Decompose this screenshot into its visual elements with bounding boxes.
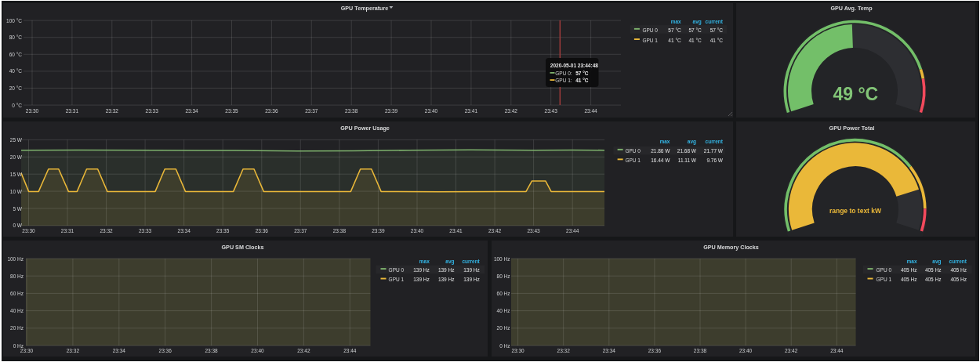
svg-text:23:34: 23:34	[113, 348, 126, 353]
svg-text:23:37: 23:37	[305, 108, 318, 114]
svg-text:GPU SM Clocks: GPU SM Clocks	[222, 243, 264, 250]
svg-text:23:32: 23:32	[100, 227, 113, 233]
svg-text:60 Hz: 60 Hz	[497, 290, 510, 295]
svg-text:21.86 W: 21.86 W	[651, 147, 670, 153]
svg-text:GPU Avg. Temp: GPU Avg. Temp	[830, 5, 873, 12]
svg-text:23:35: 23:35	[216, 227, 230, 233]
svg-text:GPU 1: GPU 1	[642, 38, 658, 43]
svg-text:GPU 1: GPU 1	[389, 277, 405, 282]
svg-text:GPU Power Total: GPU Power Total	[829, 124, 875, 131]
svg-text:23:40: 23:40	[251, 348, 264, 353]
svg-text:23:33: 23:33	[146, 108, 159, 114]
svg-text:0 °C: 0 °C	[12, 103, 22, 108]
svg-text:current: current	[462, 259, 480, 264]
svg-text:21.77 W: 21.77 W	[704, 147, 724, 153]
svg-text:23:38: 23:38	[694, 348, 707, 353]
svg-text:23:40: 23:40	[411, 227, 424, 233]
svg-text:23:41: 23:41	[465, 108, 478, 114]
svg-text:21.68 W: 21.68 W	[677, 147, 697, 153]
svg-text:100 Hz: 100 Hz	[494, 255, 510, 261]
svg-text:23:40: 23:40	[739, 348, 753, 353]
svg-text:5 W: 5 W	[13, 205, 22, 211]
svg-text:405 Hz: 405 Hz	[901, 266, 917, 272]
svg-text:23:36: 23:36	[159, 348, 172, 353]
svg-text:max: max	[659, 139, 670, 144]
svg-text:23:44: 23:44	[830, 348, 844, 353]
svg-text:40 Hz: 40 Hz	[497, 308, 510, 313]
svg-text:20 Hz: 20 Hz	[497, 325, 510, 331]
svg-text:0 Hz: 0 Hz	[499, 342, 510, 348]
svg-text:139 Hz: 139 Hz	[463, 266, 480, 272]
svg-text:57 °C: 57 °C	[710, 27, 724, 33]
svg-text:40 Hz: 40 Hz	[10, 308, 24, 313]
svg-text:23:35: 23:35	[225, 108, 238, 114]
svg-text:23:42: 23:42	[297, 348, 310, 353]
svg-text:2020-05-01 23:44:48: 2020-05-01 23:44:48	[550, 63, 598, 68]
svg-text:23:42: 23:42	[505, 108, 518, 114]
svg-text:10 W: 10 W	[10, 188, 23, 194]
svg-text:23:31: 23:31	[61, 227, 74, 233]
svg-text:405 Hz: 405 Hz	[901, 277, 917, 282]
svg-text:23:34: 23:34	[603, 348, 616, 353]
svg-text:15 W: 15 W	[10, 171, 23, 176]
svg-text:GPU 0:: GPU 0:	[555, 71, 572, 76]
svg-text:139 Hz: 139 Hz	[413, 277, 430, 282]
svg-text:23:38: 23:38	[333, 227, 347, 233]
svg-text:23:44: 23:44	[566, 227, 579, 233]
svg-text:GPU 1: GPU 1	[877, 277, 892, 282]
svg-text:405 Hz: 405 Hz	[950, 266, 967, 272]
svg-text:23:36: 23:36	[648, 348, 662, 353]
svg-text:139 Hz: 139 Hz	[438, 266, 455, 272]
svg-text:GPU 1: GPU 1	[625, 157, 641, 163]
svg-text:23:34: 23:34	[185, 108, 198, 114]
svg-text:avg: avg	[688, 139, 696, 145]
svg-text:23:32: 23:32	[106, 108, 119, 114]
svg-text:current: current	[706, 19, 724, 24]
svg-text:23:30: 23:30	[20, 348, 34, 353]
svg-text:GPU 1:: GPU 1:	[555, 78, 572, 83]
svg-text:23:38: 23:38	[205, 348, 218, 353]
svg-text:23:30: 23:30	[511, 348, 524, 353]
svg-text:23:44: 23:44	[584, 108, 597, 114]
svg-text:80 Hz: 80 Hz	[497, 273, 510, 278]
svg-text:139 Hz: 139 Hz	[413, 266, 430, 272]
svg-text:23:30: 23:30	[22, 227, 35, 233]
svg-text:20 Hz: 20 Hz	[10, 325, 24, 331]
svg-text:49 °C: 49 °C	[833, 84, 878, 104]
svg-text:60 °C: 60 °C	[9, 52, 23, 57]
svg-text:23:38: 23:38	[345, 108, 358, 114]
svg-text:23:43: 23:43	[527, 227, 540, 233]
svg-text:23:32: 23:32	[67, 348, 80, 353]
svg-text:11.11 W: 11.11 W	[678, 157, 697, 163]
svg-text:41 °C: 41 °C	[668, 38, 681, 43]
svg-text:41 °C: 41 °C	[688, 38, 702, 43]
svg-text:max: max	[906, 259, 916, 264]
svg-text:23:32: 23:32	[557, 348, 571, 353]
svg-text:range to text kW: range to text kW	[829, 207, 882, 215]
svg-text:avg: avg	[932, 259, 941, 265]
svg-text:41 °C: 41 °C	[575, 78, 589, 83]
svg-text:57 °C: 57 °C	[575, 71, 589, 76]
svg-text:41 °C: 41 °C	[710, 38, 724, 43]
svg-text:23:43: 23:43	[545, 108, 558, 114]
svg-text:GPU Memory Clocks: GPU Memory Clocks	[703, 243, 759, 250]
svg-text:0 W: 0 W	[13, 223, 22, 228]
svg-text:GPU Power Usage: GPU Power Usage	[340, 124, 390, 131]
svg-text:139 Hz: 139 Hz	[463, 277, 480, 282]
svg-text:40 °C: 40 °C	[9, 68, 23, 74]
svg-text:23:39: 23:39	[385, 108, 398, 114]
svg-text:9.76 W: 9.76 W	[706, 157, 723, 163]
svg-text:GPU 0: GPU 0	[625, 147, 641, 153]
svg-text:23:36: 23:36	[265, 108, 278, 114]
svg-text:GPU 0: GPU 0	[877, 266, 892, 272]
svg-text:139 Hz: 139 Hz	[438, 277, 455, 282]
svg-text:23:31: 23:31	[66, 108, 79, 114]
svg-text:23:30: 23:30	[26, 108, 39, 114]
svg-text:20 °C: 20 °C	[9, 85, 23, 91]
svg-text:23:33: 23:33	[139, 227, 152, 233]
svg-text:avg: avg	[693, 19, 702, 25]
svg-text:23:40: 23:40	[425, 108, 438, 114]
svg-text:GPU 0: GPU 0	[389, 266, 405, 272]
svg-text:100 °C: 100 °C	[6, 18, 22, 24]
svg-text:23:36: 23:36	[256, 227, 269, 233]
